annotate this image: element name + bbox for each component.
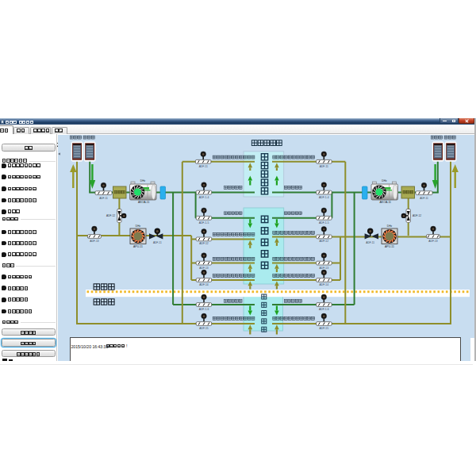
svg-text:DHz: DHz [136, 225, 141, 228]
svg-text:APU-11: APU-11 [133, 245, 143, 248]
svg-text:DHz: DHz [382, 179, 387, 182]
svg-text:DHz: DHz [140, 179, 146, 182]
svg-text:ADF-13: ADF-13 [320, 267, 329, 270]
svg-text:ADF-11: ADF-11 [99, 197, 108, 200]
svg-text:AKOA-11: AKOA-11 [138, 201, 150, 204]
svg-text:ADF-1-4: ADF-1-4 [199, 196, 209, 199]
svg-text:ADF-11: ADF-11 [153, 241, 162, 244]
svg-text:DHz: DHz [387, 225, 393, 228]
svg-text:ADF-13: ADF-13 [90, 240, 99, 243]
svg-text:ADF-12: ADF-12 [413, 214, 421, 217]
svg-text:ADF-14: ADF-14 [320, 283, 329, 286]
svg-text:ADF-12: ADF-12 [199, 242, 209, 245]
svg-text:ADF-12: ADF-12 [320, 240, 329, 243]
svg-text:ADF-15: ADF-15 [199, 327, 209, 330]
svg-text:ADF-11: ADF-11 [366, 241, 374, 244]
svg-text:ADF-1-6: ADF-1-6 [319, 308, 329, 311]
svg-text:ADF-13: ADF-13 [428, 240, 438, 243]
svg-text:ADF-1-4: ADF-1-4 [319, 196, 329, 199]
svg-text:ADF-11: ADF-11 [199, 165, 208, 168]
svg-text:ADF-11: ADF-11 [320, 165, 328, 168]
svg-text:ADF-11: ADF-11 [420, 197, 428, 200]
svg-text:ADF-1-6: ADF-1-6 [199, 308, 209, 311]
svg-text:ADF-1-5: ADF-1-5 [199, 221, 209, 225]
svg-text:ADF-15: ADF-15 [320, 327, 329, 330]
svg-text:ADF-1-5: ADF-1-5 [319, 221, 329, 225]
svg-text:APU-11: APU-11 [385, 245, 394, 248]
svg-text:ADF-14: ADF-14 [199, 283, 209, 286]
svg-text:ADF-12: ADF-12 [106, 214, 115, 217]
svg-text:ADF-13: ADF-13 [199, 267, 209, 270]
svg-text:AKOA-11: AKOA-11 [380, 201, 392, 204]
